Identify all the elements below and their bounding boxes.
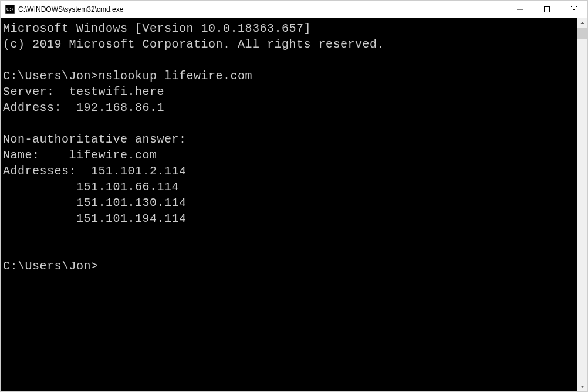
terminal-output[interactable]: Microsoft Windows [Version 10.0.18363.65…: [1, 18, 577, 391]
name-value: lifewire.com: [69, 148, 157, 162]
close-button[interactable]: [560, 1, 587, 18]
svg-marker-7: [581, 386, 584, 388]
maximize-button[interactable]: [533, 1, 560, 18]
cmd-icon: C:\: [5, 5, 15, 14]
address-3: 151.101.194.114: [76, 212, 187, 225]
banner-line-2: (c) 2019 Microsoft Corporation. All righ…: [3, 38, 384, 51]
address-indent: [3, 180, 76, 194]
scroll-down-button[interactable]: [577, 381, 587, 391]
addresses-label: Addresses:: [3, 164, 91, 178]
address-0: 151.101.2.114: [91, 164, 187, 178]
address-indent: [3, 196, 76, 209]
window-controls: [506, 1, 587, 18]
minimize-button[interactable]: [506, 1, 533, 18]
server-value: testwifi.here: [69, 85, 165, 99]
address-2: 151.101.130.114: [76, 196, 187, 209]
prompt-2-path: C:\Users\Jon>: [3, 259, 99, 273]
banner-line-1: Microsoft Windows [Version 10.0.18363.65…: [3, 22, 311, 35]
svg-marker-6: [581, 22, 584, 24]
scroll-thumb[interactable]: [577, 28, 587, 39]
terminal-container: Microsoft Windows [Version 10.0.18363.65…: [1, 18, 587, 391]
prompt-1-path: C:\Users\Jon>: [3, 69, 99, 83]
scroll-up-button[interactable]: [577, 18, 587, 28]
prompt-1-command: nslookup lifewire.com: [99, 69, 253, 83]
scroll-track[interactable]: [577, 28, 587, 381]
svg-rect-3: [545, 6, 550, 12]
vertical-scrollbar[interactable]: [577, 18, 587, 391]
titlebar-left: C:\ C:\WINDOWS\system32\cmd.exe: [1, 5, 123, 14]
nonauth-header: Non-authoritative answer:: [3, 133, 187, 146]
address-indent: [3, 212, 76, 225]
address-label: Address:: [3, 101, 76, 114]
titlebar[interactable]: C:\ C:\WINDOWS\system32\cmd.exe: [1, 1, 587, 18]
cmd-window: C:\ C:\WINDOWS\system32\cmd.exe Microsof…: [0, 0, 588, 392]
address-1: 151.101.66.114: [76, 180, 179, 194]
server-label: Server:: [3, 85, 69, 99]
name-label: Name:: [3, 148, 69, 162]
address-value: 192.168.86.1: [76, 101, 164, 114]
svg-text:C:\: C:\: [6, 7, 14, 12]
window-title: C:\WINDOWS\system32\cmd.exe: [18, 5, 123, 13]
